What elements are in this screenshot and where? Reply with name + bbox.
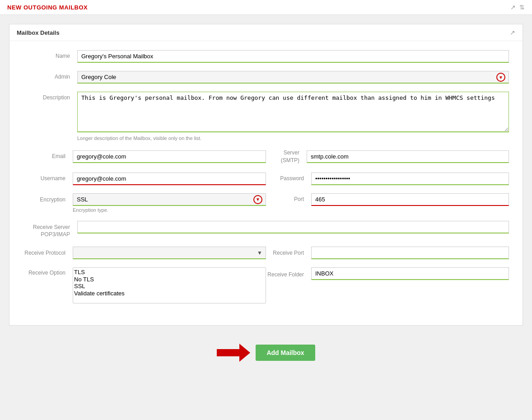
receive-protocol-label: Receive Protocol	[23, 249, 73, 257]
password-input[interactable]	[311, 173, 509, 185]
username-field	[73, 173, 266, 185]
name-row: Name	[23, 50, 509, 63]
server-label: Server (SMTP)	[266, 149, 307, 164]
encryption-hint: Encryption type.	[73, 207, 266, 213]
minimize-icon[interactable]: ↗	[510, 4, 516, 11]
window-controls: ↗ ⇅	[510, 4, 525, 11]
username-col: Username	[23, 173, 266, 185]
admin-select-wrapper: Gregory Cole ▼	[77, 71, 509, 84]
admin-field: Gregory Cole ▼	[77, 71, 509, 84]
receive-port-col: Receive Port	[266, 247, 509, 259]
receive-folder-col: Receive Folder	[266, 267, 509, 280]
encryption-port-row: Encryption None SSL TLS ▼ Encryption typ…	[23, 193, 509, 213]
email-input[interactable]	[73, 150, 266, 163]
receive-folder-label: Receive Folder	[266, 269, 311, 279]
section-expand-icon[interactable]: ↗	[510, 29, 515, 36]
receive-protocol-port-row: Receive Protocol POP3 IMAP ▼ Receive Por…	[23, 247, 509, 259]
server-field	[307, 150, 509, 163]
port-input[interactable]	[311, 193, 509, 206]
footer-area: Add Mailbox	[0, 335, 532, 371]
port-col: Port	[266, 193, 509, 206]
username-input[interactable]	[73, 173, 266, 185]
receive-option-listbox[interactable]: TLS No TLS SSL Validate certificates	[73, 267, 266, 303]
receive-protocol-select[interactable]: POP3 IMAP	[73, 247, 266, 259]
receive-port-field	[311, 247, 509, 259]
receive-port-input[interactable]	[311, 247, 509, 259]
description-row: Description This is Gregory's personal m…	[23, 92, 509, 141]
name-input[interactable]	[77, 50, 509, 63]
add-mailbox-button[interactable]: Add Mailbox	[256, 345, 315, 361]
receive-protocol-col: Receive Protocol POP3 IMAP ▼	[23, 247, 266, 259]
section-header: Mailbox Details ↗	[9, 24, 523, 41]
expand-icon[interactable]: ⇅	[519, 4, 525, 11]
receive-protocol-select-wrapper: POP3 IMAP ▼	[73, 247, 266, 259]
encryption-select[interactable]: None SSL TLS	[73, 193, 266, 206]
name-label: Name	[23, 50, 77, 59]
receive-option-listbox-wrapper: TLS No TLS SSL Validate certificates	[73, 267, 266, 303]
server-col: Server (SMTP)	[266, 149, 509, 164]
arrow-head	[239, 344, 250, 362]
receive-protocol-field: POP3 IMAP ▼	[73, 247, 266, 259]
username-label: Username	[23, 175, 73, 182]
password-field	[311, 173, 509, 185]
description-label: Description	[23, 92, 77, 101]
username-password-row: Username Password	[23, 173, 509, 185]
description-hint: Longer description of the Mailbox, visib…	[77, 135, 509, 141]
encryption-field: None SSL TLS ▼ Encryption type.	[73, 193, 266, 213]
password-label: Password	[266, 175, 311, 182]
password-col: Password	[266, 173, 509, 185]
top-bar: NEW OUTGOING MAILBOX ↗ ⇅	[0, 0, 532, 15]
admin-row: Admin Gregory Cole ▼	[23, 71, 509, 84]
receive-folder-field	[311, 267, 509, 280]
server-input[interactable]	[307, 150, 509, 163]
receive-port-label: Receive Port	[266, 249, 311, 257]
arrow-body	[217, 349, 239, 356]
form-body: Name Admin Gregory Cole ▼ Descrip	[9, 41, 523, 325]
receive-server-row: Receive Server POP3/IMAP	[23, 221, 509, 239]
description-textarea[interactable]: This is Gregory's personal mailbox. From…	[77, 92, 509, 132]
receive-option-label: Receive Option	[23, 267, 73, 277]
port-label: Port	[266, 196, 311, 203]
encryption-label: Encryption	[23, 193, 73, 204]
section-title: Mailbox Details	[17, 29, 60, 36]
receive-option-folder-row: Receive Option TLS No TLS SSL Validate c…	[23, 267, 509, 303]
description-field: This is Gregory's personal mailbox. From…	[77, 92, 509, 141]
email-label: Email	[23, 153, 73, 160]
receive-server-input[interactable]	[77, 221, 509, 233]
port-field	[311, 193, 509, 206]
receive-option-col: Receive Option TLS No TLS SSL Validate c…	[23, 267, 266, 303]
admin-select[interactable]: Gregory Cole	[77, 71, 509, 84]
encryption-select-wrapper: None SSL TLS ▼	[73, 193, 266, 206]
name-field	[77, 50, 509, 63]
receive-server-field	[77, 221, 509, 233]
email-server-row: Email Server (SMTP)	[23, 149, 509, 164]
window-title: NEW OUTGOING MAILBOX	[7, 4, 88, 11]
email-col: Email	[23, 149, 266, 164]
receive-folder-input[interactable]	[311, 267, 509, 280]
receive-option-field: TLS No TLS SSL Validate certificates	[73, 267, 266, 303]
arrow-indicator	[217, 344, 250, 362]
email-field	[73, 150, 266, 163]
main-container: Mailbox Details ↗ Name Admin Gregory Col…	[9, 24, 523, 326]
receive-server-label: Receive Server POP3/IMAP	[23, 221, 77, 239]
admin-label: Admin	[23, 71, 77, 80]
encryption-col: Encryption None SSL TLS ▼ Encryption typ…	[23, 193, 266, 213]
